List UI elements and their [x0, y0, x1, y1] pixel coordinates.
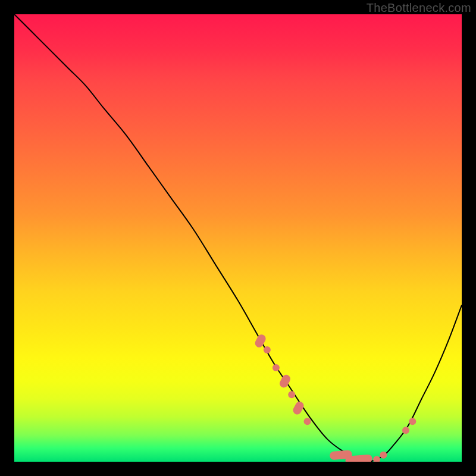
curve-marker-dot: [288, 391, 295, 398]
curve-marker-dot: [264, 346, 271, 353]
curve-marker-dot: [380, 452, 387, 459]
chart-frame: TheBottleneck.com: [0, 0, 476, 476]
plot-area: [14, 14, 462, 462]
curve-svg: [14, 14, 462, 462]
curve-marker-dot: [373, 456, 380, 462]
curve-marker-dot: [304, 418, 311, 425]
curve-marker-capsule: [253, 333, 267, 349]
curve-marker-dot: [402, 427, 409, 434]
bottleneck-curve: [14, 14, 462, 462]
curve-markers: [253, 333, 416, 462]
curve-marker-dot: [409, 418, 416, 425]
watermark-text: TheBottleneck.com: [367, 1, 471, 15]
curve-marker-dot: [273, 364, 280, 371]
